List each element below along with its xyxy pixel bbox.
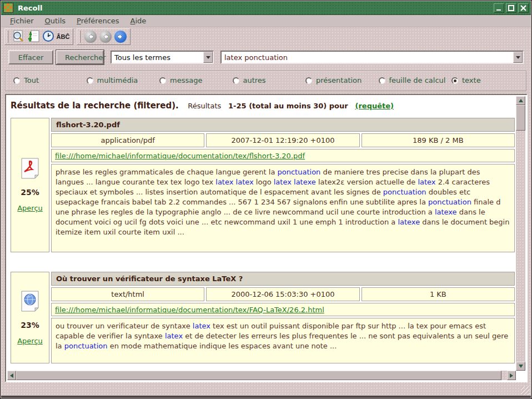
result-snippet: ou trouver un verificateur de syntaxe la… [51, 318, 515, 363]
filter-radio-message[interactable]: message [159, 76, 202, 84]
radio-selected-icon[interactable] [451, 77, 458, 84]
result-url-row: file:///home/michael/informatique/docume… [51, 303, 515, 316]
recoll-window: Recoll Fichier Outils Préférences Aide [0, 0, 532, 399]
highlighted-term: latex [274, 178, 292, 186]
filter-label: feuille de calcul [389, 76, 446, 84]
scroll-right-button[interactable] [507, 371, 516, 380]
results-heading: Résultats de la recherche (filtered). Ré… [11, 101, 515, 111]
filter-label: Tout [24, 76, 39, 84]
toolbar-handle[interactable] [7, 31, 8, 43]
scroll-up-button[interactable] [516, 96, 525, 105]
magnifier-document-icon [12, 29, 25, 44]
chevron-down-icon[interactable] [203, 52, 213, 63]
history-button[interactable] [41, 29, 56, 44]
result-mime: text/html [51, 287, 204, 301]
result-date: 2007-12-01 12:19:20 +0100 [206, 133, 359, 147]
menu-aide[interactable]: Aide [125, 16, 152, 26]
chevron-down-icon[interactable] [513, 52, 523, 63]
toolbar-handle[interactable] [79, 31, 81, 43]
result-date: 2000-12-06 15:03:30 +0100 [206, 287, 359, 301]
search-row: Effacer Rechercher Tous les termes [1, 49, 531, 65]
snippet-text: ou trouver un verificateur de syntaxe [56, 322, 193, 330]
search-mode-value: Tous les termes [112, 52, 203, 63]
close-button[interactable] [518, 3, 529, 13]
result-meta-row: text/html 2000-12-06 15:03:30 +0100 1 KB [51, 287, 515, 301]
preview-link[interactable]: Aperçu [17, 337, 43, 345]
filter-label: texte [462, 76, 481, 84]
results-list: Résultats de la recherche (filtered). Ré… [7, 96, 515, 371]
highlighted-term: latex [165, 332, 183, 340]
vertical-scrollbar [516, 96, 525, 371]
highlighted-term: ponctuation [383, 188, 426, 196]
maximize-button[interactable] [506, 3, 516, 13]
window-title: Recoll [18, 4, 42, 12]
filter-radio-multimédia[interactable]: multimédia [87, 76, 138, 84]
resize-grip[interactable] [521, 386, 530, 395]
scroll-left-button[interactable] [7, 371, 16, 380]
maximize-icon [508, 5, 514, 11]
menubar: Fichier Outils Préférences Aide [1, 15, 531, 27]
titlebar[interactable]: Recoll [1, 1, 531, 15]
result-url-link[interactable]: file:///home/michael/informatique/docume… [55, 306, 324, 314]
filter-label: autres [243, 76, 266, 84]
query-link[interactable]: (requête) [355, 102, 394, 110]
clear-button[interactable]: Effacer [8, 50, 53, 64]
filter-radio-présentation[interactable]: présentation [305, 76, 362, 84]
horizontal-scroll-thumb[interactable] [16, 371, 501, 380]
relevance-percent: 25% [21, 188, 39, 197]
results-title: Résultats de la recherche (filtered). [11, 101, 179, 111]
search-mode-select[interactable]: Tous les termes [111, 51, 214, 64]
result-url-link[interactable]: file:///home/michael/informatique/docume… [55, 152, 305, 160]
highlighted-term: latexe [294, 178, 316, 186]
vertical-scroll-trough[interactable] [516, 131, 525, 362]
arrow-right-icon [510, 373, 513, 378]
results-range: 1-25 (total au moins 30) pour [228, 102, 348, 110]
toolbar: ÂBĈ [1, 27, 531, 46]
window-bottom-edge [1, 396, 531, 398]
filter-radio-feuille-de-calcul[interactable]: feuille de calcul [379, 76, 446, 84]
close-icon [520, 5, 526, 11]
radio-icon[interactable] [305, 77, 312, 84]
preview-link[interactable]: Aperçu [17, 204, 43, 212]
menu-fichier[interactable]: Fichier [4, 16, 39, 26]
filter-radio-texte[interactable]: texte [451, 76, 481, 84]
radio-icon[interactable] [233, 77, 239, 84]
filter-label: message [170, 76, 202, 84]
scroll-down-button[interactable] [516, 362, 525, 371]
first-page-button[interactable] [83, 29, 98, 44]
advanced-search-button[interactable] [11, 29, 26, 44]
highlighted-term: latexe [398, 218, 420, 226]
snippet-text: en mode mathematique indique les espaces… [108, 342, 337, 350]
highlighted-term: ponctuation [278, 168, 321, 176]
minimize-button[interactable] [494, 3, 504, 13]
term-explorer-icon: ÂBĈ [57, 33, 70, 40]
arrow-right-icon [114, 31, 127, 43]
filter-radio-tout[interactable]: Tout [13, 76, 39, 84]
menu-outils[interactable]: Outils [39, 16, 72, 26]
search-button[interactable]: Rechercher [56, 50, 104, 64]
radio-icon[interactable] [159, 77, 166, 84]
term-explorer-button[interactable]: ÂBĈ [56, 29, 71, 44]
next-page-button[interactable] [113, 29, 128, 44]
radio-icon[interactable] [379, 77, 385, 84]
radio-icon[interactable] [13, 77, 20, 84]
result-size: 1 KB [362, 287, 515, 301]
result-snippet: phrase les regles grammaticales de chaqu… [51, 164, 515, 252]
vertical-scroll-thumb[interactable] [516, 105, 525, 131]
result-meta-row: application/pdf 2007-12-01 12:19:20 +010… [51, 133, 515, 147]
results-panel: Résultats de la recherche (filtered). Ré… [5, 94, 528, 382]
radio-icon[interactable] [87, 77, 93, 84]
result-item: 25% Aperçu flshort-3.20.pdf application/… [11, 118, 515, 252]
toolbar-group-main: ÂBĈ [4, 28, 73, 45]
sort-parameters-button[interactable] [26, 29, 41, 44]
result-main: flshort-3.20.pdf application/pdf 2007-12… [51, 118, 515, 252]
filter-radio-autres[interactable]: autres [233, 76, 266, 84]
previous-page-button[interactable] [98, 29, 113, 44]
search-input[interactable] [222, 52, 513, 63]
menu-preferences[interactable]: Préférences [71, 16, 124, 26]
highlighted-term: latex [236, 178, 254, 186]
filter-label: présentation [316, 76, 362, 84]
result-item: 23% Aperçu Où trouver un vérificateur de… [11, 272, 515, 363]
relevance-percent: 23% [21, 321, 39, 330]
horizontal-scroll-trough[interactable] [501, 371, 507, 380]
